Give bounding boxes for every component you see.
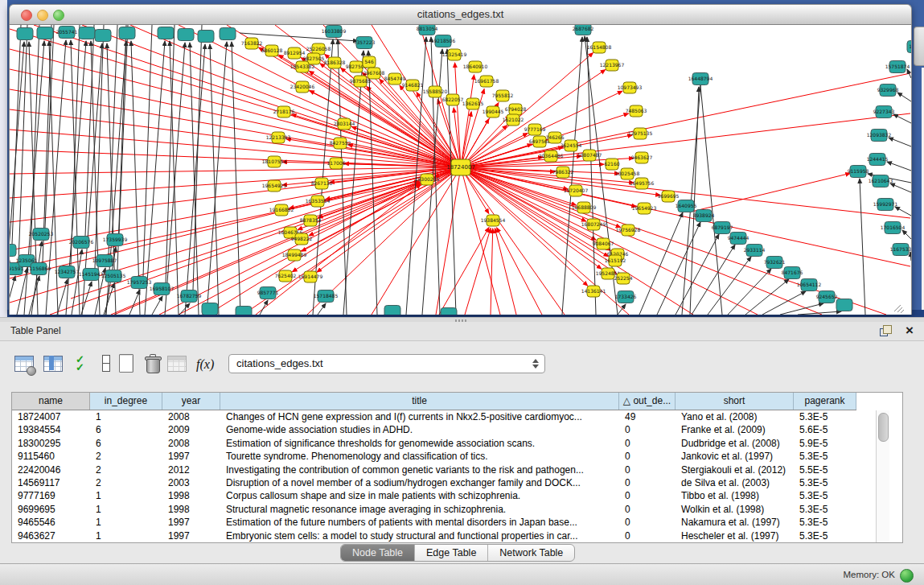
network-node[interactable]: 62160 xyxy=(604,159,619,170)
network-node[interactable]: 16543382 xyxy=(290,61,315,72)
network-node[interactable]: 8813054 xyxy=(417,25,438,35)
network-node[interactable]: 12213393 xyxy=(266,132,291,143)
table-row[interactable]: 946362711997Embryonic stem cells: a mode… xyxy=(12,529,902,542)
network-node[interactable]: 19756928 xyxy=(616,225,641,236)
column-header-short[interactable]: short xyxy=(676,393,794,410)
table-scrollbar[interactable] xyxy=(876,410,889,542)
network-node[interactable]: 16210643 xyxy=(869,175,893,187)
network-node[interactable]: 12213967 xyxy=(600,60,625,71)
network-node[interactable] xyxy=(158,27,174,39)
network-node[interactable]: 8427552 xyxy=(330,138,351,149)
network-node[interactable]: 16495756 xyxy=(630,178,655,189)
network-node[interactable]: 20520253 xyxy=(29,229,54,241)
network-node[interactable] xyxy=(178,29,194,41)
network-node[interactable]: 2933114 xyxy=(744,245,766,257)
network-node[interactable]: 7932621 xyxy=(764,257,786,269)
network-node[interactable]: 9146821 xyxy=(402,80,424,91)
network-node[interactable] xyxy=(119,27,135,39)
network-node[interactable]: 252254 xyxy=(614,273,633,284)
network-node[interactable]: 3624554 xyxy=(561,140,582,151)
table-row[interactable]: 1830029562008Estimation of significance … xyxy=(12,437,902,450)
network-node[interactable]: 20206576 xyxy=(69,237,94,249)
network-node[interactable]: 7625402 xyxy=(275,270,297,282)
network-node[interactable]: 9245652 xyxy=(816,291,838,303)
network-node[interactable]: 11451947 xyxy=(79,269,104,281)
network-node[interactable]: 15718485 xyxy=(314,290,339,303)
network-node[interactable]: 1990445 xyxy=(483,106,504,117)
network-node[interactable]: 9084067 xyxy=(593,238,614,249)
network-node[interactable]: 7163822 xyxy=(241,38,263,49)
network-node[interactable]: 12342757 xyxy=(55,266,80,278)
network-node[interactable]: 7357223 xyxy=(354,37,376,49)
close-panel-icon[interactable]: × xyxy=(906,323,914,339)
network-node[interactable]: 16914479 xyxy=(298,271,323,282)
network-node[interactable] xyxy=(10,245,16,257)
network-node[interactable]: 2803144 xyxy=(334,118,355,130)
network-node[interactable]: 16958107 xyxy=(150,283,175,295)
network-node[interactable]: 16448794 xyxy=(688,73,713,85)
network-node[interactable]: 8912954 xyxy=(284,47,306,59)
network-node[interactable]: 117006 xyxy=(327,158,346,169)
network-node[interactable]: 18640910 xyxy=(463,61,488,72)
network-node[interactable]: 9857771 xyxy=(257,287,279,299)
network-node[interactable] xyxy=(441,308,457,315)
network-node[interactable]: 23420046 xyxy=(290,81,315,93)
network-node[interactable]: 17359939 xyxy=(103,234,128,246)
network-node[interactable] xyxy=(79,27,95,39)
network-node[interactable]: 12325419 xyxy=(442,49,467,60)
network-node[interactable]: 9115958 xyxy=(848,166,869,178)
network-node[interactable]: 10807487 xyxy=(577,150,602,161)
network-node[interactable]: 16154808 xyxy=(587,42,612,53)
network-node[interactable]: 9875685 xyxy=(350,76,372,87)
table-row[interactable]: 2242004622012Investigating the contribut… xyxy=(12,463,902,476)
network-node[interactable]: 8267130 xyxy=(311,178,333,189)
network-node[interactable]: 9329968 xyxy=(877,84,899,97)
tab-edge-table[interactable]: Edge Table xyxy=(415,545,488,561)
network-node[interactable]: 18724007 xyxy=(446,159,475,175)
network-node[interactable]: 8186328 xyxy=(324,57,346,68)
network-node[interactable]: 16961758 xyxy=(474,76,499,87)
network-node[interactable]: 17016504 xyxy=(881,222,906,234)
network-node[interactable] xyxy=(37,27,53,39)
network-node[interactable]: 18107554 xyxy=(262,156,287,167)
network-node[interactable]: 1167533 xyxy=(890,244,911,256)
network-node[interactable] xyxy=(17,28,33,40)
network-node[interactable]: 14136141 xyxy=(581,286,606,297)
network-node[interactable]: 2687682 xyxy=(573,25,594,35)
network-node[interactable]: 9474444 xyxy=(728,233,749,245)
network-node[interactable]: 9227343 xyxy=(873,106,895,118)
tab-network-table[interactable]: Network Table xyxy=(488,545,574,561)
table-row[interactable]: 1872400712008Changes of HCN gene express… xyxy=(12,410,902,423)
column-header-outde[interactable]: △ out_de... xyxy=(619,393,676,410)
column-header-pagerank[interactable]: pagerank xyxy=(794,393,856,410)
citation-network-graph[interactable]: 2055741160338097357223881305419218506268… xyxy=(10,25,911,315)
network-node[interactable] xyxy=(202,303,218,315)
table-settings-icon[interactable] xyxy=(13,352,35,375)
network-node[interactable]: 2055741 xyxy=(56,27,78,39)
network-node[interactable]: 1362615 xyxy=(462,98,484,109)
network-node[interactable]: 546 xyxy=(363,56,376,68)
network-node[interactable]: 746266 xyxy=(546,132,565,143)
network-node[interactable] xyxy=(384,306,400,315)
row-height-icon[interactable] xyxy=(95,352,117,375)
network-node[interactable]: 15588520 xyxy=(423,86,448,97)
network-node[interactable]: 1733426 xyxy=(615,291,637,303)
table-row[interactable]: 977716911998Corpus callosum shape and si… xyxy=(12,489,902,502)
network-node[interactable]: 7955812 xyxy=(492,90,514,101)
network-node[interactable]: 9498222 xyxy=(291,233,313,245)
network-node[interactable]: 19218506 xyxy=(431,35,456,47)
table-row[interactable]: 911546021997Tourette syndrome. Phenomeno… xyxy=(12,450,902,463)
table-row[interactable]: 946554611997Estimation of the future num… xyxy=(12,516,902,529)
function-builder-icon[interactable]: f(x) xyxy=(196,352,219,375)
network-node[interactable]: 8878354 xyxy=(300,215,322,226)
network-node[interactable] xyxy=(95,30,111,42)
network-node[interactable]: 16807249 xyxy=(581,219,606,230)
column-header-title[interactable]: title xyxy=(220,393,619,410)
delete-table-icon[interactable] xyxy=(142,352,164,375)
network-node[interactable]: 19654925 xyxy=(262,180,287,192)
float-panel-icon[interactable] xyxy=(880,325,892,336)
network-window-titlebar[interactable]: citations_edges.txt xyxy=(9,4,912,25)
network-node[interactable]: 19654923 xyxy=(632,203,657,214)
network-node[interactable]: 6879197 xyxy=(712,222,733,234)
table-row[interactable]: 1938455462009Genome-wide association stu… xyxy=(12,423,902,436)
